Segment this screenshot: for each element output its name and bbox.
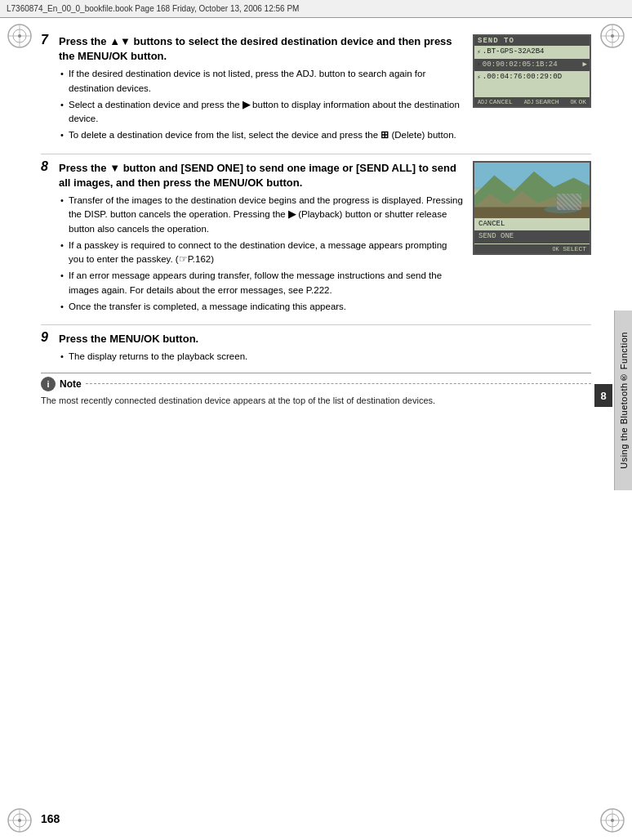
- chapter-box: 8: [594, 384, 612, 407]
- lcd-sendto-bottom: ADJ CANCEL ADJ SEARCH OK OK: [474, 97, 590, 106]
- step-8-image: CANCEL SEND ONE SEND ALL OK SELECT: [473, 161, 591, 255]
- step-9-content: Press the MENU/OK button. The display re…: [59, 332, 591, 366]
- step-9-bullets: The display returns to the playback scre…: [59, 350, 591, 364]
- header-bar: L7360874_En_00_0_bookfile.book Page 168 …: [0, 0, 632, 18]
- step-7-text-col: Press the ▲▼ buttons to select the desir…: [59, 34, 465, 145]
- step-divider-7-8: [41, 154, 591, 154]
- step-7-bullet-2: Select a destination device and press th…: [59, 98, 465, 127]
- step-8-bullets: Transfer of the images to the destinatio…: [59, 194, 465, 314]
- step-8-bullet-3: If an error message appears during trans…: [59, 269, 465, 297]
- step-8-bullet-1: Transfer of the images to the destinatio…: [59, 194, 465, 236]
- step-7: 7 Press the ▲▼ buttons to select the des…: [41, 34, 591, 145]
- corner-decoration-bl: [5, 806, 34, 835]
- step-7-image: SEND TO ⚡ .BT-GPS-32A2B4 ⚡ 00:90:02:05:1…: [473, 34, 591, 108]
- svg-point-19: [611, 819, 614, 822]
- step-7-bullet-3: To delete a destination device from the …: [59, 128, 465, 142]
- step-8-number: 8: [41, 159, 56, 174]
- step-7-content: Press the ▲▼ buttons to select the desir…: [59, 34, 591, 145]
- step-divider-8-9: [41, 324, 591, 325]
- side-tab: Using the Bluetooth® Function: [614, 311, 632, 490]
- step-8-bullet-4: Once the transfer is completed, a messag…: [59, 300, 465, 314]
- step-8-with-image: Press the ▼ button and [SEND ONE] to sen…: [59, 161, 591, 316]
- lcd-bottom-cancel: ADJ CANCEL: [478, 98, 513, 105]
- flash-icon-1: ⚡: [477, 47, 481, 57]
- lcd-row-2-arrow: ▶: [583, 60, 587, 71]
- svg-point-14: [18, 819, 21, 822]
- svg-point-24: [545, 205, 580, 213]
- step-7-with-image: Press the ▲▼ buttons to select the desir…: [59, 34, 591, 145]
- note-text: The most recently connected destination …: [41, 394, 591, 408]
- corner-decoration-tr: [598, 21, 627, 51]
- svg-point-9: [611, 34, 614, 38]
- lcd-bottom-ok: OK OK: [570, 98, 586, 105]
- side-tab-label: Using the Bluetooth® Function: [619, 332, 629, 469]
- note-icon: i: [41, 377, 56, 391]
- lcd-sendto-row-3: ⚡ .00:04:76:00:29:0D: [474, 71, 590, 84]
- lcd-send-bottom: OK SELECT: [474, 244, 590, 253]
- step-9: 9 Press the MENU/OK button. The display …: [41, 332, 591, 366]
- note-label: Note: [60, 378, 82, 390]
- corner-decoration-tl: [5, 21, 34, 51]
- lcd-sendto-screen: SEND TO ⚡ .BT-GPS-32A2B4 ⚡ 00:90:02:05:1…: [473, 34, 591, 108]
- lcd-sendto-row-2: ⚡ 00:90:02:05:1B:24 ▶: [474, 59, 590, 72]
- step-8: 8 Press the ▼ button and [SEND ONE] to s…: [41, 161, 591, 316]
- step-8-text-col: Press the ▼ button and [SEND ONE] to sen…: [59, 161, 465, 316]
- note-header: i Note: [41, 377, 591, 391]
- corner-decoration-br: [598, 806, 627, 835]
- lcd-row-3-text: .00:04:76:00:29:0D: [483, 72, 562, 83]
- lcd-sendto-title: SEND TO: [474, 36, 590, 46]
- lcd-row-2-text: 00:90:02:05:1B:24: [483, 60, 558, 71]
- lcd-send-row-sendone: SEND ONE: [474, 230, 590, 244]
- step-8-heading: Press the ▼ button and [SEND ONE] to sen…: [59, 161, 465, 190]
- lcd-send-image-area: [474, 163, 590, 218]
- step-9-number: 9: [41, 330, 56, 345]
- step-7-number: 7: [41, 33, 56, 47]
- step-9-bullet-1: The display returns to the playback scre…: [59, 350, 591, 364]
- svg-point-4: [18, 34, 21, 38]
- step-7-bullets: If the desired destination device is not…: [59, 67, 465, 142]
- lcd-send-screen: CANCEL SEND ONE SEND ALL OK SELECT: [473, 161, 591, 255]
- lcd-row-1-text: .BT-GPS-32A2B4: [483, 47, 545, 58]
- header-text: L7360874_En_00_0_bookfile.book Page 168 …: [7, 4, 299, 13]
- lcd-send-bottom-ok: OK SELECT: [552, 245, 586, 252]
- lcd-sendto-row-1: ⚡ .BT-GPS-32A2B4: [474, 46, 590, 59]
- chapter-number: 8: [600, 390, 606, 402]
- note-dashes: [86, 383, 591, 384]
- lcd-send-row-cancel: CANCEL: [474, 218, 590, 231]
- step-8-bullet-2: If a passkey is required to connect to t…: [59, 239, 465, 267]
- flash-icon-2: ⚡: [477, 60, 481, 69]
- lcd-bottom-search: ADJ SEARCH: [524, 98, 559, 105]
- step-7-bullet-1: If the desired destination device is not…: [59, 67, 465, 96]
- step-9-heading: Press the MENU/OK button.: [59, 332, 591, 346]
- main-content: 7 Press the ▲▼ buttons to select the des…: [41, 26, 591, 815]
- step-8-content: Press the ▼ button and [SEND ONE] to sen…: [59, 161, 591, 316]
- note-section: i Note The most recently connected desti…: [41, 373, 591, 408]
- step-7-heading: Press the ▲▼ buttons to select the desir…: [59, 34, 465, 64]
- flash-icon-3: ⚡: [477, 73, 481, 83]
